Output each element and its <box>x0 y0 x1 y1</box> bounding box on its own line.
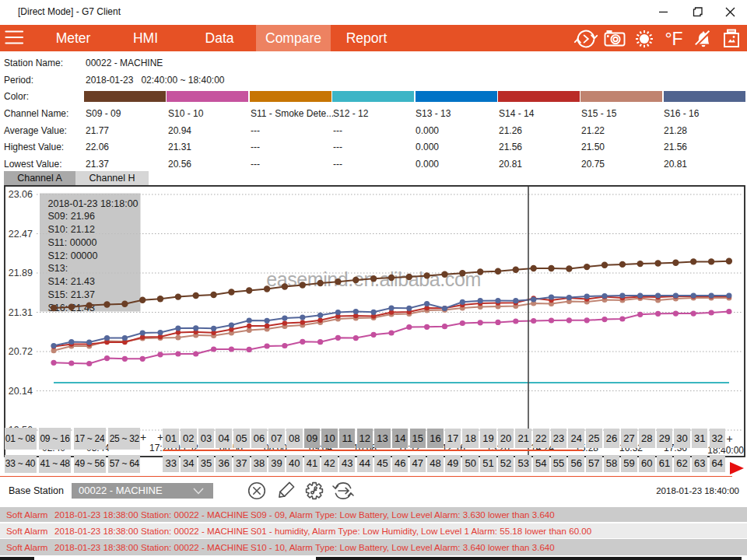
svg-text:S13:: S13: <box>48 263 68 274</box>
svg-text:S10: 21.12: S10: 21.12 <box>48 224 96 235</box>
svg-text:22.47: 22.47 <box>9 229 33 240</box>
svg-text:20.14: 20.14 <box>9 386 33 397</box>
svg-text:23.06: 23.06 <box>9 189 33 200</box>
svg-text:2018-01-23 18:18:00: 2018-01-23 18:18:00 <box>48 198 139 209</box>
svg-text:21.89: 21.89 <box>9 268 33 278</box>
svg-text:S12: 00000: S12: 00000 <box>48 250 98 261</box>
svg-text:21.31: 21.31 <box>9 307 33 318</box>
svg-text:S15: 21.37: S15: 21.37 <box>48 289 96 300</box>
svg-text:S14: 21.43: S14: 21.43 <box>48 276 96 287</box>
svg-text:S09: 21.96: S09: 21.96 <box>48 211 96 222</box>
svg-text:20.72: 20.72 <box>9 346 33 357</box>
svg-text:S11: 00000: S11: 00000 <box>48 237 97 248</box>
